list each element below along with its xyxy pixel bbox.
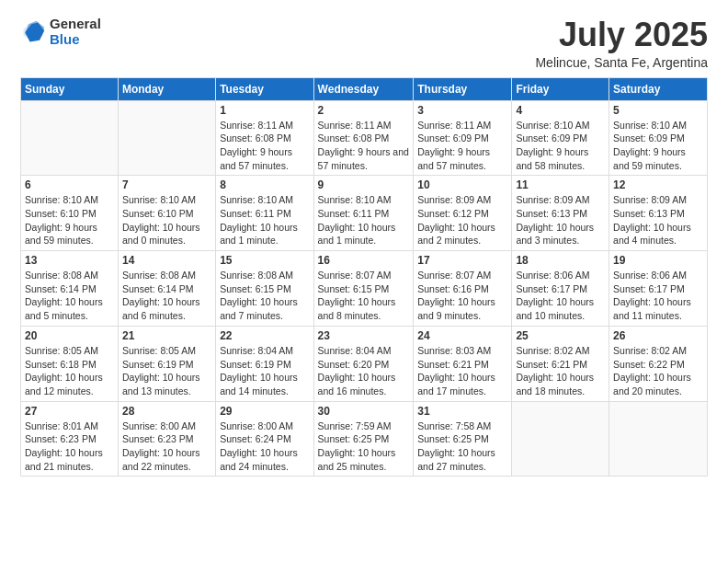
title-block: July 2025 Melincue, Santa Fe, Argentina [535,17,708,70]
day-number: 25 [516,329,605,342]
day-info: Sunrise: 7:59 AM Sunset: 6:25 PM Dayligh… [318,419,410,474]
day-info: Sunrise: 8:04 AM Sunset: 6:20 PM Dayligh… [318,344,410,398]
location: Melincue, Santa Fe, Argentina [535,55,708,70]
day-number: 12 [613,178,703,191]
calendar-cell: 14Sunrise: 8:08 AM Sunset: 6:14 PM Dayli… [118,251,215,327]
day-number: 22 [220,329,309,342]
calendar-cell [118,100,215,176]
day-number: 13 [25,254,114,267]
calendar-cell: 13Sunrise: 8:08 AM Sunset: 6:14 PM Dayli… [21,251,119,327]
day-info: Sunrise: 8:08 AM Sunset: 6:14 PM Dayligh… [122,269,211,323]
header: General Blue July 2025 Melincue, Santa F… [20,17,708,70]
day-number: 31 [417,405,507,418]
day-number: 9 [318,178,410,191]
calendar-page: General Blue July 2025 Melincue, Santa F… [0,0,728,563]
calendar-cell: 31Sunrise: 7:58 AM Sunset: 6:25 PM Dayli… [414,401,512,477]
day-info: Sunrise: 8:10 AM Sunset: 6:11 PM Dayligh… [318,193,410,247]
calendar-cell: 17Sunrise: 8:07 AM Sunset: 6:16 PM Dayli… [414,251,512,327]
day-info: Sunrise: 8:09 AM Sunset: 6:12 PM Dayligh… [417,193,507,247]
day-info: Sunrise: 8:08 AM Sunset: 6:14 PM Dayligh… [25,269,114,323]
day-number: 3 [417,104,507,117]
calendar-cell: 18Sunrise: 8:06 AM Sunset: 6:17 PM Dayli… [512,251,609,327]
day-info: Sunrise: 8:07 AM Sunset: 6:16 PM Dayligh… [417,269,507,323]
day-info: Sunrise: 8:10 AM Sunset: 6:09 PM Dayligh… [613,119,703,173]
day-info: Sunrise: 8:04 AM Sunset: 6:19 PM Dayligh… [220,344,309,398]
day-number: 16 [318,254,410,267]
calendar-cell: 2Sunrise: 8:11 AM Sunset: 6:08 PM Daylig… [313,100,414,176]
calendar-table: SundayMondayTuesdayWednesdayThursdayFrid… [20,77,708,477]
calendar-cell: 10Sunrise: 8:09 AM Sunset: 6:12 PM Dayli… [414,176,512,251]
day-number: 24 [417,329,507,342]
day-number: 26 [613,329,703,342]
logo-text: General Blue [50,17,101,47]
day-info: Sunrise: 8:11 AM Sunset: 6:08 PM Dayligh… [220,119,309,173]
calendar-cell: 24Sunrise: 8:03 AM Sunset: 6:21 PM Dayli… [414,326,512,401]
day-number: 2 [318,104,410,117]
calendar-cell: 8Sunrise: 8:10 AM Sunset: 6:11 PM Daylig… [216,176,313,251]
week-row-2: 6Sunrise: 8:10 AM Sunset: 6:10 PM Daylig… [21,176,708,251]
day-header-monday: Monday [118,77,215,100]
day-number: 28 [122,405,211,418]
day-header-tuesday: Tuesday [216,77,313,100]
day-number: 15 [220,254,309,267]
day-number: 23 [318,329,410,342]
calendar-cell: 12Sunrise: 8:09 AM Sunset: 6:13 PM Dayli… [609,176,708,251]
day-number: 11 [516,178,605,191]
day-number: 17 [417,254,507,267]
calendar-cell: 4Sunrise: 8:10 AM Sunset: 6:09 PM Daylig… [512,100,609,176]
calendar-cell: 19Sunrise: 8:06 AM Sunset: 6:17 PM Dayli… [609,251,708,327]
calendar-cell: 9Sunrise: 8:10 AM Sunset: 6:11 PM Daylig… [313,176,414,251]
calendar-cell: 1Sunrise: 8:11 AM Sunset: 6:08 PM Daylig… [216,100,313,176]
week-row-4: 20Sunrise: 8:05 AM Sunset: 6:18 PM Dayli… [21,326,708,401]
logo-icon [20,19,46,45]
day-info: Sunrise: 8:10 AM Sunset: 6:10 PM Dayligh… [122,193,211,247]
day-info: Sunrise: 8:02 AM Sunset: 6:22 PM Dayligh… [613,344,703,398]
day-info: Sunrise: 8:03 AM Sunset: 6:21 PM Dayligh… [417,344,507,398]
day-number: 14 [122,254,211,267]
day-number: 10 [417,178,507,191]
logo: General Blue [20,17,101,47]
calendar-cell: 29Sunrise: 8:00 AM Sunset: 6:24 PM Dayli… [216,401,313,477]
calendar-cell: 6Sunrise: 8:10 AM Sunset: 6:10 PM Daylig… [21,176,119,251]
day-info: Sunrise: 8:01 AM Sunset: 6:23 PM Dayligh… [25,419,114,474]
day-info: Sunrise: 7:58 AM Sunset: 6:25 PM Dayligh… [417,419,507,474]
day-header-wednesday: Wednesday [313,77,414,100]
day-info: Sunrise: 8:10 AM Sunset: 6:11 PM Dayligh… [220,193,309,247]
calendar-cell: 7Sunrise: 8:10 AM Sunset: 6:10 PM Daylig… [118,176,215,251]
day-header-thursday: Thursday [414,77,512,100]
calendar-cell: 20Sunrise: 8:05 AM Sunset: 6:18 PM Dayli… [21,326,119,401]
calendar-cell [609,401,708,477]
calendar-cell: 3Sunrise: 8:11 AM Sunset: 6:09 PM Daylig… [414,100,512,176]
calendar-cell [512,401,609,477]
day-number: 21 [122,329,211,342]
day-info: Sunrise: 8:08 AM Sunset: 6:15 PM Dayligh… [220,269,309,323]
day-header-sunday: Sunday [21,77,119,100]
calendar-cell: 25Sunrise: 8:02 AM Sunset: 6:21 PM Dayli… [512,326,609,401]
day-info: Sunrise: 8:11 AM Sunset: 6:09 PM Dayligh… [417,119,507,173]
day-info: Sunrise: 8:05 AM Sunset: 6:18 PM Dayligh… [25,344,114,398]
day-info: Sunrise: 8:06 AM Sunset: 6:17 PM Dayligh… [516,269,605,323]
calendar-cell: 26Sunrise: 8:02 AM Sunset: 6:22 PM Dayli… [609,326,708,401]
day-info: Sunrise: 8:09 AM Sunset: 6:13 PM Dayligh… [613,193,703,247]
calendar-cell: 27Sunrise: 8:01 AM Sunset: 6:23 PM Dayli… [21,401,119,477]
day-number: 5 [613,104,703,117]
day-number: 1 [220,104,309,117]
day-info: Sunrise: 8:00 AM Sunset: 6:24 PM Dayligh… [220,419,309,474]
calendar-cell: 15Sunrise: 8:08 AM Sunset: 6:15 PM Dayli… [216,251,313,327]
calendar-cell: 22Sunrise: 8:04 AM Sunset: 6:19 PM Dayli… [216,326,313,401]
week-row-5: 27Sunrise: 8:01 AM Sunset: 6:23 PM Dayli… [21,401,708,477]
day-number: 18 [516,254,605,267]
logo-blue: Blue [50,31,80,47]
logo-general: General [50,16,101,31]
day-info: Sunrise: 8:06 AM Sunset: 6:17 PM Dayligh… [613,269,703,323]
week-row-3: 13Sunrise: 8:08 AM Sunset: 6:14 PM Dayli… [21,251,708,327]
days-header-row: SundayMondayTuesdayWednesdayThursdayFrid… [21,77,708,100]
day-number: 4 [516,104,605,117]
calendar-cell: 11Sunrise: 8:09 AM Sunset: 6:13 PM Dayli… [512,176,609,251]
day-info: Sunrise: 8:10 AM Sunset: 6:10 PM Dayligh… [25,193,114,247]
day-info: Sunrise: 8:10 AM Sunset: 6:09 PM Dayligh… [516,119,605,173]
day-info: Sunrise: 8:05 AM Sunset: 6:19 PM Dayligh… [122,344,211,398]
day-info: Sunrise: 8:07 AM Sunset: 6:15 PM Dayligh… [318,269,410,323]
calendar-cell: 21Sunrise: 8:05 AM Sunset: 6:19 PM Dayli… [118,326,215,401]
day-info: Sunrise: 8:09 AM Sunset: 6:13 PM Dayligh… [516,193,605,247]
